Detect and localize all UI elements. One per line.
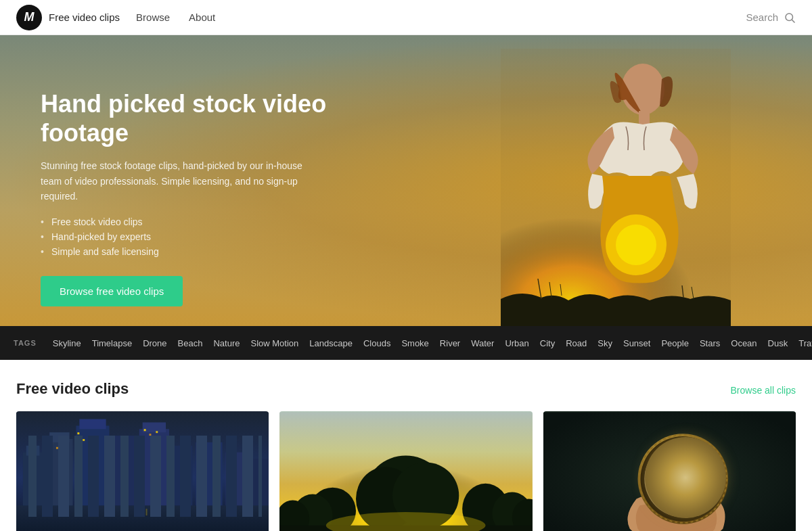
svg-rect-36 (156, 431, 158, 433)
tag-landscape[interactable]: Landscape (304, 338, 358, 348)
svg-line-63 (704, 499, 707, 503)
svg-point-7 (616, 225, 656, 265)
svg-rect-21 (112, 436, 135, 505)
tag-slowmotion[interactable]: Slow Motion (245, 338, 304, 348)
site-header: M Free video clips Browse About Search (0, 0, 812, 35)
tag-nature[interactable]: Nature (208, 338, 245, 348)
city-thumbnail (16, 411, 269, 531)
svg-text:N: N (681, 450, 686, 458)
hero-bullet-1: Free stock video clips (41, 216, 352, 227)
video-card-city[interactable] (16, 411, 269, 531)
svg-line-60 (658, 455, 662, 459)
svg-point-72 (639, 435, 727, 523)
sunset-thumbnail (279, 411, 532, 531)
svg-rect-16 (26, 446, 40, 456)
hero-bullets: Free stock video clips Hand-picked by ex… (41, 216, 352, 257)
tag-beach[interactable]: Beach (173, 338, 208, 348)
tag-timelapse[interactable]: Timelapse (87, 338, 137, 348)
svg-text:W: W (652, 475, 659, 483)
tag-urban[interactable]: Urban (499, 338, 534, 348)
tag-city[interactable]: City (535, 338, 560, 348)
clips-section-title: Free video clips (16, 380, 129, 398)
svg-line-62 (658, 499, 662, 503)
hero-section: Hand picked stock video footage Stunning… (0, 35, 812, 326)
hero-description: Stunning free stock footage clips, hand-… (41, 158, 325, 204)
svg-rect-14 (16, 505, 269, 531)
tag-sunset[interactable]: Sunset (618, 338, 656, 348)
nav-browse[interactable]: Browse (136, 11, 170, 23)
compass-thumbnail: N S E W (543, 411, 796, 531)
svg-rect-33 (96, 442, 98, 444)
tag-traffic[interactable]: Traffic (793, 338, 812, 348)
search-label: Search (746, 11, 778, 23)
svg-marker-68 (680, 460, 685, 484)
svg-rect-38 (146, 509, 148, 515)
tag-water[interactable]: Water (466, 338, 499, 348)
svg-text:E: E (708, 475, 713, 483)
search-area[interactable]: Search (746, 11, 796, 24)
svg-point-70 (679, 476, 686, 482)
tags-bar: TAGs Skyline Timelapse Drone Beach Natur… (0, 326, 812, 360)
svg-rect-29 (56, 447, 58, 449)
video-grid: N S E W (16, 411, 796, 531)
svg-rect-15 (23, 453, 43, 506)
svg-rect-32 (89, 436, 91, 438)
hero-content: Hand picked stock video footage Stunning… (0, 35, 392, 326)
video-card-sunset[interactable] (279, 411, 532, 531)
tag-ocean[interactable]: Ocean (725, 338, 762, 348)
tag-sky[interactable]: Sky (592, 338, 618, 348)
tag-smoke[interactable]: Smoke (396, 338, 434, 348)
svg-point-53 (637, 434, 728, 524)
clips-section: Free video clips Browse all clips (0, 360, 812, 531)
svg-rect-28 (51, 442, 53, 444)
search-icon (784, 11, 796, 24)
tag-drone[interactable]: Drone (137, 338, 172, 348)
hero-image (501, 49, 731, 326)
browse-cta-button[interactable]: Browse free video clips (41, 276, 183, 306)
clips-header: Free video clips Browse all clips (16, 380, 796, 398)
tags-label: TAGs (14, 339, 37, 347)
browse-all-link[interactable]: Browse all clips (731, 385, 796, 396)
hero-bullet-3: Simple and safe licensing (41, 246, 352, 257)
svg-rect-27 (249, 459, 269, 505)
svg-rect-22 (139, 429, 169, 505)
svg-rect-30 (77, 432, 79, 434)
svg-rect-52 (543, 413, 796, 531)
svg-rect-35 (149, 434, 151, 436)
tag-skyline[interactable]: Skyline (47, 338, 87, 348)
svg-marker-69 (680, 474, 685, 497)
tag-people[interactable]: People (656, 338, 694, 348)
svg-rect-20 (79, 419, 106, 430)
svg-point-55 (644, 440, 721, 517)
svg-rect-17 (46, 439, 72, 505)
svg-point-0 (786, 14, 793, 21)
svg-rect-26 (225, 453, 248, 506)
site-name: Free video clips (49, 11, 120, 23)
video-card-compass[interactable]: N S E W (543, 411, 796, 531)
svg-rect-31 (83, 439, 85, 441)
tag-clouds[interactable]: Clouds (358, 338, 396, 348)
svg-text:S: S (681, 504, 685, 512)
svg-line-61 (704, 455, 707, 459)
svg-point-54 (640, 436, 725, 522)
tag-river[interactable]: River (434, 338, 466, 348)
svg-point-71 (681, 478, 684, 480)
svg-rect-25 (196, 442, 222, 505)
svg-rect-34 (144, 429, 146, 431)
hero-title: Hand picked stock video footage (41, 89, 352, 147)
logo-link[interactable]: M Free video clips (16, 5, 120, 30)
svg-rect-37 (77, 509, 78, 514)
svg-rect-24 (173, 446, 192, 505)
main-nav: Browse About (136, 11, 215, 23)
nav-about[interactable]: About (189, 11, 215, 23)
svg-rect-23 (143, 422, 166, 432)
tag-stars[interactable]: Stars (694, 338, 725, 348)
hero-bullet-2: Hand-picked by experts (41, 231, 352, 242)
logo-icon: M (16, 5, 42, 30)
svg-rect-19 (76, 425, 109, 505)
tag-road[interactable]: Road (560, 338, 592, 348)
tag-dusk[interactable]: Dusk (763, 338, 794, 348)
svg-line-1 (792, 20, 794, 22)
svg-rect-18 (49, 432, 69, 442)
